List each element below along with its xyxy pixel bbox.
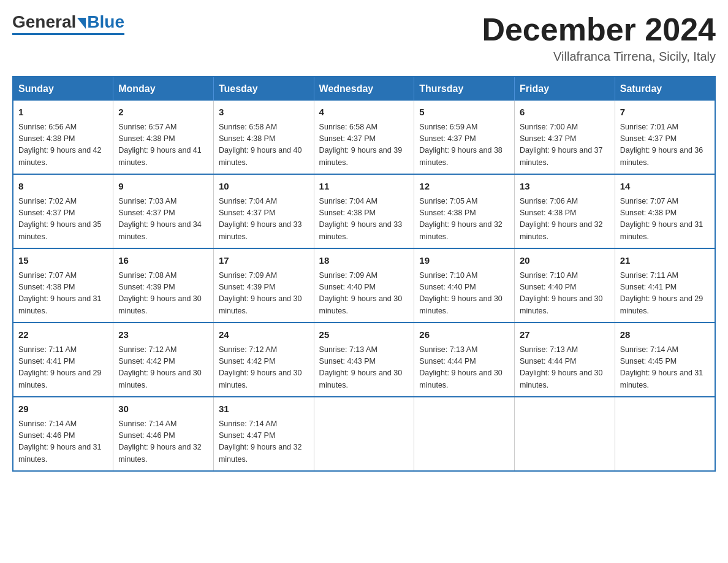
day-number: 4 <box>319 105 409 120</box>
calendar-cell: 9Sunrise: 7:03 AMSunset: 4:37 PMDaylight… <box>113 174 214 248</box>
day-number: 15 <box>18 254 108 268</box>
day-number: 26 <box>419 328 509 342</box>
day-number: 25 <box>319 328 409 342</box>
day-info: Sunrise: 7:14 AMSunset: 4:45 PMDaylight:… <box>620 344 710 392</box>
day-info: Sunrise: 6:58 AMSunset: 4:38 PMDaylight:… <box>219 121 309 169</box>
calendar-table: SundayMondayTuesdayWednesdayThursdayFrid… <box>12 76 716 472</box>
calendar-cell: 25Sunrise: 7:13 AMSunset: 4:43 PMDayligh… <box>314 323 414 397</box>
calendar-cell: 18Sunrise: 7:09 AMSunset: 4:40 PMDayligh… <box>314 248 414 323</box>
weekday-header-sunday: Sunday <box>13 77 113 101</box>
day-info: Sunrise: 7:02 AMSunset: 4:37 PMDaylight:… <box>18 196 108 243</box>
calendar-header-row: SundayMondayTuesdayWednesdayThursdayFrid… <box>13 77 715 101</box>
calendar-cell: 15Sunrise: 7:07 AMSunset: 4:38 PMDayligh… <box>13 248 113 323</box>
day-info: Sunrise: 7:09 AMSunset: 4:40 PMDaylight:… <box>319 270 409 318</box>
day-info: Sunrise: 6:59 AMSunset: 4:37 PMDaylight:… <box>419 121 509 169</box>
calendar-cell: 28Sunrise: 7:14 AMSunset: 4:45 PMDayligh… <box>615 323 715 397</box>
calendar-cell: 24Sunrise: 7:12 AMSunset: 4:42 PMDayligh… <box>213 323 314 397</box>
day-number: 30 <box>118 402 208 416</box>
day-info: Sunrise: 7:00 AMSunset: 4:37 PMDaylight:… <box>520 121 610 169</box>
location-subtitle: Villafranca Tirrena, Sicily, Italy <box>482 50 716 64</box>
logo-underline <box>12 33 124 35</box>
day-info: Sunrise: 7:13 AMSunset: 4:44 PMDaylight:… <box>520 344 610 392</box>
calendar-cell: 19Sunrise: 7:10 AMSunset: 4:40 PMDayligh… <box>414 248 515 323</box>
day-number: 19 <box>419 254 509 268</box>
day-info: Sunrise: 7:06 AMSunset: 4:38 PMDaylight:… <box>520 196 610 243</box>
calendar-cell: 29Sunrise: 7:14 AMSunset: 4:46 PMDayligh… <box>13 397 113 471</box>
day-info: Sunrise: 7:05 AMSunset: 4:38 PMDaylight:… <box>419 196 509 243</box>
calendar-cell: 30Sunrise: 7:14 AMSunset: 4:46 PMDayligh… <box>113 397 214 471</box>
calendar-week-row: 8Sunrise: 7:02 AMSunset: 4:37 PMDaylight… <box>13 174 715 248</box>
day-info: Sunrise: 6:57 AMSunset: 4:38 PMDaylight:… <box>118 121 208 169</box>
calendar-cell: 16Sunrise: 7:08 AMSunset: 4:39 PMDayligh… <box>113 248 214 323</box>
calendar-cell: 21Sunrise: 7:11 AMSunset: 4:41 PMDayligh… <box>615 248 715 323</box>
day-info: Sunrise: 7:10 AMSunset: 4:40 PMDaylight:… <box>419 270 509 318</box>
calendar-cell: 4Sunrise: 6:58 AMSunset: 4:37 PMDaylight… <box>314 101 414 174</box>
day-info: Sunrise: 7:01 AMSunset: 4:37 PMDaylight:… <box>620 121 710 169</box>
calendar-week-row: 1Sunrise: 6:56 AMSunset: 4:38 PMDaylight… <box>13 101 715 174</box>
day-number: 14 <box>620 180 710 194</box>
calendar-cell: 6Sunrise: 7:00 AMSunset: 4:37 PMDaylight… <box>515 101 615 174</box>
day-number: 29 <box>18 402 108 416</box>
day-number: 20 <box>520 254 610 268</box>
day-number: 2 <box>118 105 208 120</box>
calendar-cell: 10Sunrise: 7:04 AMSunset: 4:37 PMDayligh… <box>213 174 314 248</box>
day-info: Sunrise: 7:03 AMSunset: 4:37 PMDaylight:… <box>118 196 208 243</box>
day-info: Sunrise: 7:12 AMSunset: 4:42 PMDaylight:… <box>219 344 309 392</box>
day-info: Sunrise: 7:08 AMSunset: 4:39 PMDaylight:… <box>118 270 208 318</box>
weekday-header-thursday: Thursday <box>414 77 515 101</box>
day-info: Sunrise: 7:14 AMSunset: 4:46 PMDaylight:… <box>118 418 208 466</box>
weekday-header-tuesday: Tuesday <box>213 77 314 101</box>
day-info: Sunrise: 7:04 AMSunset: 4:38 PMDaylight:… <box>319 196 409 243</box>
day-number: 24 <box>219 328 309 342</box>
weekday-header-friday: Friday <box>515 77 615 101</box>
page-header: General Blue December 2024 Villafranca T… <box>12 12 716 64</box>
day-number: 10 <box>219 180 309 194</box>
weekday-header-monday: Monday <box>113 77 214 101</box>
calendar-cell: 13Sunrise: 7:06 AMSunset: 4:38 PMDayligh… <box>515 174 615 248</box>
weekday-header-wednesday: Wednesday <box>314 77 414 101</box>
weekday-header-saturday: Saturday <box>615 77 715 101</box>
calendar-cell <box>515 397 615 471</box>
calendar-cell: 31Sunrise: 7:14 AMSunset: 4:47 PMDayligh… <box>213 397 314 471</box>
calendar-cell: 5Sunrise: 6:59 AMSunset: 4:37 PMDaylight… <box>414 101 515 174</box>
day-info: Sunrise: 7:09 AMSunset: 4:39 PMDaylight:… <box>219 270 309 318</box>
day-number: 9 <box>118 180 208 194</box>
logo-blue-text: Blue <box>87 12 124 32</box>
day-number: 27 <box>520 328 610 342</box>
calendar-cell: 1Sunrise: 6:56 AMSunset: 4:38 PMDaylight… <box>13 101 113 174</box>
day-number: 17 <box>219 254 309 268</box>
calendar-cell <box>615 397 715 471</box>
logo-general-text: General <box>12 12 76 32</box>
calendar-cell: 11Sunrise: 7:04 AMSunset: 4:38 PMDayligh… <box>314 174 414 248</box>
day-info: Sunrise: 6:58 AMSunset: 4:37 PMDaylight:… <box>319 121 409 169</box>
day-number: 22 <box>18 328 108 342</box>
calendar-cell: 14Sunrise: 7:07 AMSunset: 4:38 PMDayligh… <box>615 174 715 248</box>
calendar-cell <box>414 397 515 471</box>
day-number: 5 <box>419 105 509 120</box>
day-info: Sunrise: 6:56 AMSunset: 4:38 PMDaylight:… <box>18 121 108 169</box>
day-info: Sunrise: 7:07 AMSunset: 4:38 PMDaylight:… <box>18 270 108 318</box>
day-number: 3 <box>219 105 309 120</box>
calendar-cell: 27Sunrise: 7:13 AMSunset: 4:44 PMDayligh… <box>515 323 615 397</box>
calendar-cell: 20Sunrise: 7:10 AMSunset: 4:40 PMDayligh… <box>515 248 615 323</box>
day-info: Sunrise: 7:13 AMSunset: 4:44 PMDaylight:… <box>419 344 509 392</box>
calendar-cell: 7Sunrise: 7:01 AMSunset: 4:37 PMDaylight… <box>615 101 715 174</box>
calendar-cell: 8Sunrise: 7:02 AMSunset: 4:37 PMDaylight… <box>13 174 113 248</box>
calendar-cell: 22Sunrise: 7:11 AMSunset: 4:41 PMDayligh… <box>13 323 113 397</box>
day-info: Sunrise: 7:10 AMSunset: 4:40 PMDaylight:… <box>520 270 610 318</box>
calendar-cell: 26Sunrise: 7:13 AMSunset: 4:44 PMDayligh… <box>414 323 515 397</box>
day-info: Sunrise: 7:07 AMSunset: 4:38 PMDaylight:… <box>620 196 710 243</box>
calendar-week-row: 22Sunrise: 7:11 AMSunset: 4:41 PMDayligh… <box>13 323 715 397</box>
logo-arrow-icon <box>77 18 86 29</box>
day-number: 1 <box>18 105 108 120</box>
calendar-week-row: 15Sunrise: 7:07 AMSunset: 4:38 PMDayligh… <box>13 248 715 323</box>
day-number: 8 <box>18 180 108 194</box>
day-number: 13 <box>520 180 610 194</box>
day-info: Sunrise: 7:14 AMSunset: 4:46 PMDaylight:… <box>18 418 108 466</box>
day-info: Sunrise: 7:11 AMSunset: 4:41 PMDaylight:… <box>18 344 108 392</box>
day-number: 7 <box>620 105 710 120</box>
day-number: 21 <box>620 254 710 268</box>
day-number: 18 <box>319 254 409 268</box>
day-info: Sunrise: 7:11 AMSunset: 4:41 PMDaylight:… <box>620 270 710 318</box>
calendar-cell: 2Sunrise: 6:57 AMSunset: 4:38 PMDaylight… <box>113 101 214 174</box>
